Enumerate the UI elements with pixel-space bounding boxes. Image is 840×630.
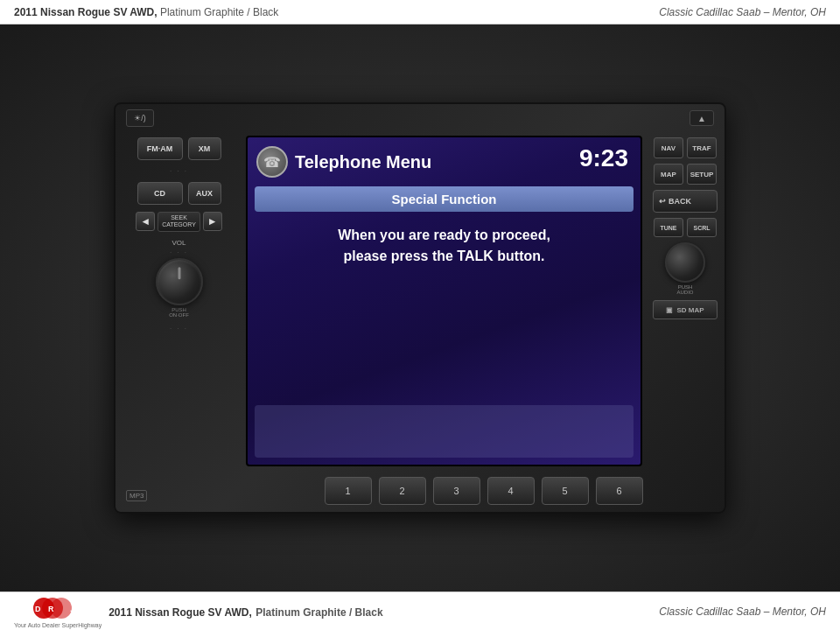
preset-2-button[interactable]: 2 bbox=[379, 477, 426, 505]
screen-message-line1: When you are ready to proceed, bbox=[338, 228, 550, 242]
dealer-revs-svg: D R .com bbox=[32, 594, 84, 622]
car-title-top: 2011 Nissan Rogue SV AWD, bbox=[14, 6, 158, 18]
dealer-revs-logo: D R .com Your Auto Dealer SuperHighway bbox=[14, 594, 102, 628]
top-bar: 2011 Nissan Rogue SV AWD, Platinum Graph… bbox=[0, 0, 840, 24]
setup-button[interactable]: SETUP bbox=[687, 164, 717, 185]
volume-knob[interactable] bbox=[156, 258, 203, 305]
car-color-top: Platinum Graphite / Black bbox=[160, 6, 278, 18]
right-controls: NAV TRAF MAP SETUP ↩ BACK TUNE SCRL P bbox=[646, 132, 724, 470]
bottom-dots: · · · bbox=[170, 325, 188, 332]
unit-top-row: ☀/) ▲ bbox=[116, 104, 724, 132]
preset-3-button[interactable]: 3 bbox=[433, 477, 480, 505]
unit-middle: FM·AM XM · · · CD AUX ◄ SEEKCATEGORY ► V… bbox=[116, 132, 724, 470]
xm-button[interactable]: XM bbox=[188, 137, 221, 160]
bottom-car-info: 2011 Nissan Rogue SV AWD, Platinum Graph… bbox=[108, 604, 382, 620]
cd-aux-row: CD AUX bbox=[137, 182, 221, 205]
special-function-text: Special Function bbox=[255, 192, 634, 206]
preset-6-button[interactable]: 6 bbox=[596, 477, 643, 505]
right-knob-area: PUSHAUDIO bbox=[665, 242, 705, 295]
dealer-name-bottom: Classic Cadillac Saab – Mentor, OH bbox=[659, 606, 826, 618]
color-black: Black bbox=[355, 606, 383, 619]
seek-label: SEEKCATEGORY bbox=[158, 212, 200, 232]
tune-scroll-row: TUNE SCRL bbox=[654, 218, 717, 237]
tune-button[interactable]: TUNE bbox=[654, 218, 683, 237]
cd-button[interactable]: CD bbox=[137, 182, 183, 205]
photo-area: ☀/) ▲ FM·AM XM · · · CD AUX ◄ SEEKCATEGO… bbox=[0, 24, 840, 592]
left-controls: FM·AM XM · · · CD AUX ◄ SEEKCATEGORY ► V… bbox=[116, 132, 242, 470]
color-label: Platinum Graphite bbox=[256, 606, 346, 619]
traf-button[interactable]: TRAF bbox=[687, 137, 717, 158]
screen-time: 9:23 bbox=[579, 144, 628, 172]
volume-knob-area: VOL · · · PUSHON·OFF bbox=[156, 239, 203, 318]
head-unit: ☀/) ▲ FM·AM XM · · · CD AUX ◄ SEEKCATEGO… bbox=[114, 102, 726, 514]
car-title-bottom: 2011 Nissan Rogue SV AWD, bbox=[108, 606, 252, 619]
preset-row: 123456 bbox=[325, 477, 643, 505]
special-function-bar: Special Function bbox=[255, 186, 634, 212]
fm-am-button[interactable]: FM·AM bbox=[137, 137, 183, 160]
sd-icon: ▣ bbox=[666, 306, 673, 314]
vol-label: VOL bbox=[172, 239, 186, 247]
sd-map-label: SD MAP bbox=[676, 306, 704, 314]
unit-bottom: MP3 123456 bbox=[116, 470, 724, 512]
seek-left-button[interactable]: ◄ bbox=[136, 212, 155, 231]
screen-phone-row: ☎ Telephone Menu bbox=[256, 146, 431, 178]
screen-bottom-area bbox=[255, 405, 634, 458]
right-knob[interactable] bbox=[665, 242, 705, 283]
nav-traf-row: NAV TRAF bbox=[654, 137, 717, 158]
preset-5-button[interactable]: 5 bbox=[542, 477, 589, 505]
preset-1-button[interactable]: 1 bbox=[325, 477, 372, 505]
back-arrow-icon: ↩ bbox=[659, 197, 666, 206]
fm-xm-row: FM·AM XM bbox=[137, 137, 221, 160]
back-label: BACK bbox=[668, 197, 691, 206]
scroll-button[interactable]: SCRL bbox=[687, 218, 717, 237]
eject-button[interactable]: ▲ bbox=[690, 110, 714, 126]
bottom-bar-left: D R .com Your Auto Dealer SuperHighway 2… bbox=[14, 594, 383, 628]
aux-button[interactable]: AUX bbox=[188, 182, 221, 205]
svg-text:D: D bbox=[35, 605, 41, 613]
phone-icon: ☎ bbox=[256, 146, 288, 178]
seek-right-button[interactable]: ► bbox=[203, 212, 222, 231]
screen-menu-title: Telephone Menu bbox=[295, 152, 431, 172]
infotainment-screen: 9:23 ☎ Telephone Menu Special Function W… bbox=[246, 136, 642, 466]
sd-map-button[interactable]: ▣ SD MAP bbox=[653, 300, 718, 319]
dots-decoration: · · · bbox=[170, 167, 188, 175]
back-button[interactable]: ↩ BACK bbox=[653, 190, 718, 213]
top-bar-car-info: 2011 Nissan Rogue SV AWD, Platinum Graph… bbox=[14, 6, 278, 18]
map-button[interactable]: MAP bbox=[654, 164, 683, 185]
map-setup-row: MAP SETUP bbox=[654, 164, 717, 185]
push-audio-label: PUSHAUDIO bbox=[676, 284, 693, 295]
svg-text:R: R bbox=[48, 605, 54, 613]
preset-4-button[interactable]: 4 bbox=[487, 477, 535, 505]
seek-row: ◄ SEEKCATEGORY ► bbox=[136, 212, 222, 232]
svg-text:.com: .com bbox=[70, 605, 84, 613]
screen-message-line2: please press the TALK button. bbox=[344, 248, 545, 263]
mp3-badge: MP3 bbox=[126, 490, 147, 501]
svg-point-2 bbox=[51, 598, 72, 619]
brightness-button[interactable]: ☀/) bbox=[126, 109, 154, 127]
bottom-bar: D R .com Your Auto Dealer SuperHighway 2… bbox=[0, 592, 840, 630]
dealer-revs-tagline: Your Auto Dealer SuperHighway bbox=[14, 622, 102, 628]
screen-message: When you are ready to proceed, please pr… bbox=[255, 225, 634, 267]
vol-dots: · · · bbox=[170, 248, 188, 256]
car-color-bottom: Platinum Graphite / Black bbox=[256, 606, 382, 619]
dealer-name-top: Classic Cadillac Saab – Mentor, OH bbox=[659, 6, 826, 18]
push-on-off-label: PUSHON·OFF bbox=[169, 307, 189, 318]
color-sep: / bbox=[349, 606, 352, 619]
unit-top-left: ☀/) bbox=[126, 109, 154, 127]
nav-button[interactable]: NAV bbox=[654, 137, 683, 158]
